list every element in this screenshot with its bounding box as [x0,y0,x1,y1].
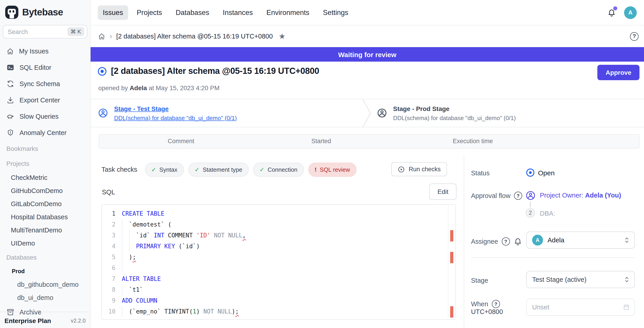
sidebar-item-export-center[interactable]: Export Center [0,92,90,108]
bell-icon[interactable] [513,237,522,246]
status-banner: Waiting for review [90,47,644,62]
code-line-1: 1CREATE TABLE [102,208,448,219]
bytebase-logo-icon [4,5,19,20]
sidebar-item-sql-editor[interactable]: SQL Editor [0,59,90,76]
home-icon [6,47,14,55]
search-placeholder: Search [8,28,67,35]
user-avatar[interactable]: A [624,6,637,19]
breadcrumb: › [2 databases] Alter schema @05-15 16:1… [90,25,644,47]
sidebar-project-hospital-databases[interactable]: Hospital Databases [0,210,90,223]
column-header-comment: Comment [168,138,194,144]
sidebar-project-checkmetric[interactable]: CheckMetric [0,171,90,184]
plan-label[interactable]: Enterprise Plan [4,317,51,324]
when-label-row: When ? [471,300,500,308]
code-line-10: 10 (`emp_no` TINYINT(1) NOT NULL); [102,306,448,317]
code-line-4: 4 PRIMARY KEY (`id`) [102,241,448,252]
question-circle-icon[interactable]: ? [492,300,500,308]
person-circle-icon [98,108,108,118]
issue-sidebar-panel: Status Open Approval flow ? Project Owne… [464,62,644,328]
approval-connector [530,202,531,208]
task-checks-label: Task checks [102,166,145,173]
breadcrumb-title[interactable]: [2 databases] Alter schema @05-15 16:19 … [116,32,273,40]
tab-instances[interactable]: Instances [218,5,258,20]
when-datetime-input[interactable]: Unset [526,298,635,316]
calendar-icon [623,304,630,311]
notification-dot [613,6,617,10]
person-circle-icon [377,108,387,118]
tab-issues[interactable]: Issues [98,5,128,20]
column-header-started: Started [311,138,331,144]
issue-subtitle: opened by Adela at May 15, 2023 4:20 PM [98,84,220,92]
check-chip-syntax[interactable]: ✓Syntax [145,162,184,176]
brand-logo[interactable]: Bytebase [0,0,90,23]
sidebar: Bytebase Search ⌘ K My IssuesSQL EditorS… [0,0,90,328]
lint-error-mark-line-3 [450,230,453,242]
tab-databases[interactable]: Databases [171,5,214,20]
sidebar-project-uidemo[interactable]: UIDemo [0,236,90,250]
sidebar-database-list: db_githubcom_demodb_ui_demo [0,278,90,304]
task-checks-row: Task checks ✓Syntax✓Statement type✓Conne… [102,162,456,177]
sidebar-project-gitlabcomdemo[interactable]: GitLabComDemo [0,197,90,210]
search-input[interactable]: Search ⌘ K [3,25,88,38]
brand-name: Bytebase [22,7,63,18]
stage-task-link[interactable]: DDL(schema) for database "db_ui_demo" (0… [114,114,237,121]
sidebar-section-databases: Databases [0,250,90,264]
issue-title-row: [2 databases] Alter schema @05-15 16:19 … [98,66,319,76]
sidebar-item-slow-queries[interactable]: Slow Queries [0,108,90,124]
stage-select[interactable]: Test Stage (active) [526,271,635,288]
stage-title-link[interactable]: Stage - Test Stage [114,105,237,112]
star-icon[interactable]: ★ [279,32,286,41]
sidebar-item-anomaly-center[interactable]: Anomaly Center [0,124,90,141]
approval-step-2-number: 2 [526,208,535,218]
topbar: IssuesProjectsDatabasesInstancesEnvironm… [90,0,644,25]
code-line-9: 9ADD COLUMN [102,296,448,306]
play-circle-icon [398,166,405,173]
sidebar-item-sync-schema[interactable]: Sync Schema [0,76,90,92]
check-chip-sql-review[interactable]: !SQL review [308,162,356,176]
open-circle-dot-icon [526,168,534,177]
chevron-updown-icon [624,236,630,244]
check-icon: ✓ [151,166,156,173]
assignee-select[interactable]: A Adela [526,232,635,249]
run-checks-button[interactable]: Run checks [392,162,447,176]
sidebar-section-projects: Projects [0,156,90,171]
main-nav-tabs: IssuesProjectsDatabasesInstancesEnvironm… [90,5,353,20]
code-line-7: 7ALTER TABLE [102,274,448,284]
tab-settings[interactable]: Settings [318,5,353,20]
check-icon: ✓ [194,166,200,173]
version-label: v2.2.0 [71,317,86,324]
question-circle-icon[interactable]: ? [502,237,510,245]
app: Bytebase Search ⌘ K My IssuesSQL EditorS… [0,0,644,328]
check-chip-connection[interactable]: ✓Connection [253,162,304,176]
issue-author: Adela [130,84,147,92]
notifications-button[interactable] [607,8,616,17]
shield-icon [6,129,14,137]
sidebar-footer: Enterprise Plan v2.2.0 [0,312,90,328]
status-label: Status [471,169,490,177]
sidebar-database-db_githubcom_demo[interactable]: db_githubcom_demo [0,278,90,291]
sidebar-project-list: CheckMetricGitHubComDemoGitLabComDemoHos… [0,171,90,250]
sidebar-item-my-issues[interactable]: My Issues [0,43,90,59]
question-circle-icon[interactable]: ? [514,192,522,200]
assignee-avatar: A [532,235,543,246]
tab-projects[interactable]: Projects [132,5,167,20]
help-button[interactable]: ? [630,32,638,41]
stage-select-label: Stage [471,276,488,284]
sidebar-project-githubcomdemo[interactable]: GitHubComDemo [0,184,90,197]
check-chip-statement-type[interactable]: ✓Statement type [188,162,249,176]
approval-step-1: Project Owner: Adela (You) [540,192,621,199]
code-line-6: 6 [102,263,448,274]
approval-step-2: DBA: [540,210,555,217]
person-circle-icon [525,190,536,201]
panel-hr [471,257,635,258]
edit-sql-button[interactable]: Edit [429,184,456,200]
sidebar-database-db_ui_demo[interactable]: db_ui_demo [0,291,90,304]
stage-card-test[interactable]: Stage - Test Stage DDL(schema) for datab… [98,99,237,127]
sidebar-project-multitenantdemo[interactable]: MultiTenantDemo [0,223,90,236]
issue-content: [2 databases] Alter schema @05-15 16:19 … [90,62,644,328]
tab-environments[interactable]: Environments [262,5,314,20]
assignee-label-row: Assignee ? [471,237,522,246]
sql-section-label: SQL [102,188,115,196]
home-icon[interactable] [98,32,106,40]
sidebar-nav: My IssuesSQL EditorSync SchemaExport Cen… [0,43,90,141]
